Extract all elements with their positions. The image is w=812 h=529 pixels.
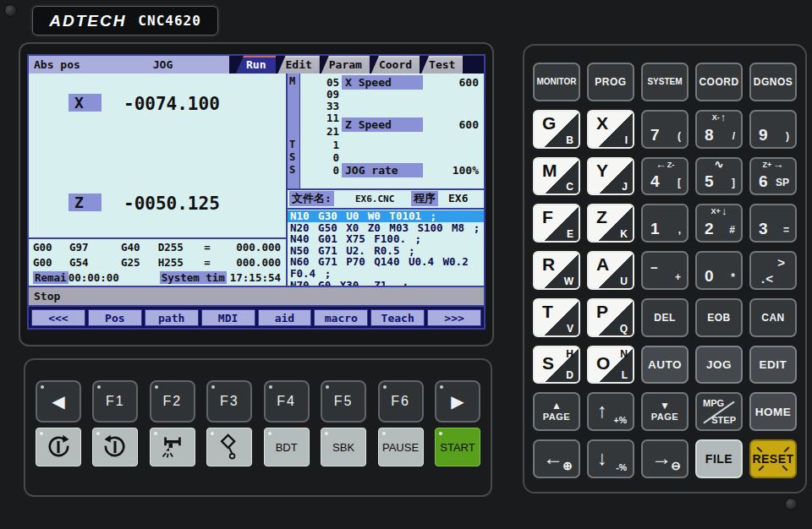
- softkey-next[interactable]: >>>: [427, 309, 481, 326]
- key-mpg-step[interactable]: MPGSTEP: [695, 392, 743, 431]
- key-prog[interactable]: PROG: [587, 63, 634, 101]
- key-8[interactable]: X-↑8/: [695, 110, 743, 149]
- key-can[interactable]: CAN: [749, 298, 797, 337]
- sbk-key[interactable]: SBK: [321, 428, 366, 466]
- key-main-letter: Z: [596, 207, 607, 227]
- key-main-char: 4: [650, 172, 660, 191]
- key-x-i[interactable]: XI: [587, 110, 634, 149]
- axis-x-value: -0074.100: [123, 94, 220, 114]
- led-indicator: [41, 385, 44, 389]
- axis-x-label: X: [69, 94, 102, 112]
- spindle-ccw-key[interactable]: [92, 428, 138, 466]
- key-monitor[interactable]: MONITOR: [533, 63, 580, 101]
- key-9[interactable]: 9): [749, 110, 797, 149]
- key-main-char: 7: [650, 126, 660, 145]
- key-0[interactable]: 0*: [695, 251, 743, 290]
- f-next-key[interactable]: ▶: [435, 380, 480, 423]
- machine-key-label: SBK: [332, 441, 354, 454]
- key-minus-plus[interactable]: −+: [641, 251, 689, 290]
- x-speed-value: 600: [459, 76, 479, 89]
- key-a-u[interactable]: AU: [587, 251, 634, 290]
- key-main-letter: P: [596, 302, 608, 322]
- key-m-c[interactable]: MC: [533, 157, 580, 196]
- key-t-v[interactable]: TV: [533, 298, 580, 337]
- f2-key[interactable]: F2: [150, 380, 195, 423]
- key-r-w[interactable]: RW: [533, 251, 580, 290]
- key-eob[interactable]: EOB: [695, 298, 743, 337]
- key-s-h-d[interactable]: SHD: [533, 346, 580, 384]
- key-6[interactable]: Z+→6SP: [749, 157, 797, 196]
- screen-header: Abs pos JOG RunEditParamCoordTest: [29, 56, 484, 74]
- gstatus-row: G00 G54 G25 H255 = 000.000: [29, 255, 286, 270]
- machine-key-label: BDT: [276, 441, 298, 454]
- bdt-key[interactable]: BDT: [264, 428, 310, 466]
- key-file[interactable]: FILE: [695, 439, 743, 478]
- softkey-macro[interactable]: macro: [314, 309, 368, 326]
- pause-key[interactable]: PAUSE: [378, 428, 424, 466]
- start-key[interactable]: START: [435, 428, 480, 466]
- softkey-mdi[interactable]: MDI: [201, 309, 255, 326]
- m-code-value: 11: [326, 112, 339, 124]
- softkey-aid[interactable]: aid: [258, 309, 312, 326]
- spindle-cw-key[interactable]: [36, 428, 81, 466]
- f-prev-key[interactable]: ◀: [36, 380, 81, 423]
- key-3[interactable]: 3=: [749, 204, 797, 243]
- key-feed-plus[interactable]: ↑+%: [587, 392, 634, 431]
- softkey-prev[interactable]: <<<: [31, 309, 85, 326]
- softkey-teach[interactable]: Teach: [370, 309, 425, 326]
- gstatus-cell: G97: [69, 241, 121, 254]
- key-edit[interactable]: EDIT: [749, 346, 797, 384]
- key-feed-minus[interactable]: ↓-%: [587, 439, 634, 478]
- key-del[interactable]: DEL: [641, 298, 689, 337]
- key-auto[interactable]: AUTO: [641, 346, 689, 384]
- key-main-letter: Y: [596, 161, 608, 181]
- program-value: EX6: [448, 192, 468, 205]
- key-page-down[interactable]: ▼PAGE: [641, 392, 689, 431]
- key-p-q[interactable]: PQ: [587, 298, 634, 337]
- status-text: Stop: [34, 290, 60, 303]
- softkey-bar: <<<PospathMDIaidmacroTeach>>>: [29, 307, 484, 328]
- key-sub-letter: C: [566, 181, 573, 193]
- key-2[interactable]: X+↓2#: [695, 204, 743, 243]
- key-jog[interactable]: JOG: [695, 346, 743, 384]
- key-7[interactable]: 7(: [641, 110, 689, 149]
- key-label: PAGE: [651, 412, 678, 422]
- tab-param[interactable]: Param: [321, 56, 370, 74]
- key-system[interactable]: SYSTEM: [641, 63, 689, 101]
- key-5[interactable]: ∿5]: [695, 157, 743, 196]
- key-4[interactable]: ←Z-4[: [641, 157, 689, 196]
- key-page-up[interactable]: ▲PAGE: [533, 392, 580, 431]
- key-g-b[interactable]: GB: [533, 110, 580, 149]
- lubrication-key[interactable]: [206, 428, 252, 466]
- key-left-plus[interactable]: ←⊕: [533, 439, 580, 478]
- key-gt-lt[interactable]: >.<: [749, 251, 797, 290]
- f3-key[interactable]: F3: [206, 380, 252, 423]
- key-1[interactable]: 1,: [641, 204, 689, 243]
- key-main-char: 3: [759, 220, 768, 238]
- key-label: AUTO: [643, 347, 687, 383]
- t-code-label: T: [289, 139, 295, 150]
- key-y-j[interactable]: YJ: [587, 157, 634, 196]
- key-right-minus[interactable]: →⊖: [641, 439, 689, 478]
- tab-test[interactable]: Test: [421, 56, 463, 74]
- softkey-path[interactable]: path: [145, 309, 199, 326]
- key-f-e[interactable]: FE: [533, 204, 580, 243]
- f6-key[interactable]: F6: [378, 380, 424, 423]
- key-z-k[interactable]: ZK: [587, 204, 634, 243]
- key-coord[interactable]: COORD: [695, 63, 743, 101]
- f1-key[interactable]: F1: [92, 380, 138, 423]
- fkey-row: ◀F1F2F3F4F5F6▶: [36, 380, 480, 423]
- led-indicator: [268, 432, 272, 435]
- tab-edit[interactable]: Edit: [277, 56, 319, 74]
- key-dgnos[interactable]: DGNOS: [749, 63, 797, 101]
- coolant-key[interactable]: [150, 428, 195, 466]
- f4-key[interactable]: F4: [264, 380, 310, 423]
- tab-coord[interactable]: Coord: [371, 56, 420, 74]
- key-o-n-l[interactable]: ONL: [587, 346, 634, 384]
- key-main-letter: G: [542, 113, 556, 134]
- key-reset[interactable]: RESET: [749, 439, 797, 478]
- tab-run[interactable]: Run: [236, 56, 276, 74]
- f5-key[interactable]: F5: [321, 380, 366, 423]
- softkey-pos[interactable]: Pos: [88, 309, 142, 326]
- key-home[interactable]: HOME: [749, 392, 797, 431]
